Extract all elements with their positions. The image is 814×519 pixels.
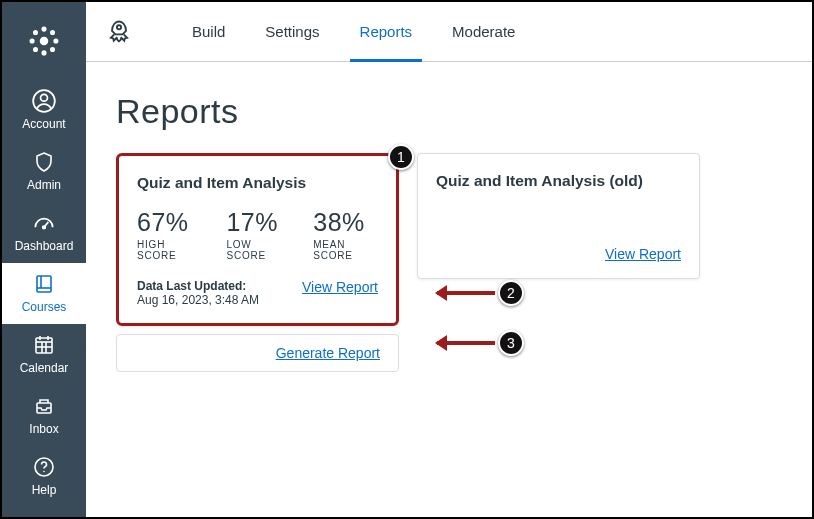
- nav-account[interactable]: Account: [2, 80, 86, 141]
- generate-report-link[interactable]: Generate Report: [276, 345, 380, 361]
- shield-icon: [31, 149, 57, 175]
- inbox-icon: [31, 393, 57, 419]
- svg-point-6: [51, 31, 54, 34]
- svg-rect-13: [37, 276, 51, 292]
- report-card-new: Quiz and Item Analysis 67% HIGH SCORE 17…: [116, 153, 399, 326]
- stat-label: HIGH SCORE: [137, 239, 198, 261]
- app-logo[interactable]: [2, 2, 86, 80]
- nav-courses[interactable]: Courses: [2, 263, 86, 324]
- stat-mean: 38% MEAN SCORE: [313, 208, 378, 261]
- svg-point-5: [34, 31, 37, 34]
- annotation-arrow: [437, 341, 495, 345]
- book-icon: [31, 271, 57, 297]
- tab-label: Moderate: [452, 23, 515, 40]
- updated-label: Data Last Updated:: [137, 279, 246, 293]
- view-report-link[interactable]: View Report: [605, 246, 681, 262]
- tab-build[interactable]: Build: [172, 2, 245, 62]
- tab-label: Build: [192, 23, 225, 40]
- card-title: Quiz and Item Analysis: [137, 174, 378, 192]
- nav-label: Help: [32, 483, 57, 497]
- svg-rect-16: [36, 338, 52, 353]
- stat-value: 67%: [137, 208, 198, 237]
- svg-point-10: [41, 94, 48, 101]
- calendar-icon: [31, 332, 57, 358]
- global-nav: Account Admin Dashboard Courses Calendar: [2, 2, 86, 517]
- nav-label: Account: [22, 117, 65, 131]
- question-circle-icon: [31, 454, 57, 480]
- nav-label: Dashboard: [15, 239, 74, 253]
- tab-label: Reports: [360, 23, 413, 40]
- nav-label: Inbox: [29, 422, 58, 436]
- card-title: Quiz and Item Analysis (old): [436, 172, 681, 190]
- top-tabs: Build Settings Reports Moderate: [86, 2, 812, 62]
- svg-point-4: [54, 39, 57, 42]
- svg-point-25: [43, 471, 45, 473]
- stat-label: LOW SCORE: [226, 239, 285, 261]
- nav-label: Calendar: [20, 361, 69, 375]
- stat-value: 38%: [313, 208, 378, 237]
- nav-inbox[interactable]: Inbox: [2, 385, 86, 446]
- generate-report-row: Generate Report: [116, 334, 399, 372]
- user-circle-icon: [31, 88, 57, 114]
- content-area: Build Settings Reports Moderate Reports …: [86, 2, 812, 517]
- svg-point-12: [43, 226, 46, 229]
- updated-time: Aug 16, 2023, 3:48 AM: [137, 293, 259, 307]
- nav-admin[interactable]: Admin: [2, 141, 86, 202]
- annotation-arrow: [437, 291, 495, 295]
- tab-reports[interactable]: Reports: [340, 2, 433, 62]
- page-title: Reports: [116, 92, 782, 131]
- rocket-icon[interactable]: [104, 17, 134, 47]
- view-report-link[interactable]: View Report: [302, 279, 378, 295]
- data-last-updated: Data Last Updated: Aug 16, 2023, 3:48 AM: [137, 279, 259, 307]
- svg-point-8: [51, 48, 54, 51]
- nav-dashboard[interactable]: Dashboard: [2, 202, 86, 263]
- svg-point-0: [40, 37, 49, 46]
- tab-moderate[interactable]: Moderate: [432, 2, 535, 62]
- tab-settings[interactable]: Settings: [245, 2, 339, 62]
- tab-label: Settings: [265, 23, 319, 40]
- stat-value: 17%: [226, 208, 285, 237]
- svg-point-26: [117, 25, 121, 29]
- svg-point-3: [30, 39, 33, 42]
- annotation-badge-3: 3: [498, 330, 524, 356]
- stat-label: MEAN SCORE: [313, 239, 378, 261]
- nav-help[interactable]: Help: [2, 446, 86, 507]
- annotation-badge-2: 2: [498, 280, 524, 306]
- stat-high: 67% HIGH SCORE: [137, 208, 198, 261]
- svg-point-1: [42, 27, 45, 30]
- nav-label: Courses: [22, 300, 67, 314]
- canvas-logo-icon: [27, 24, 61, 58]
- annotation-badge-1: 1: [388, 144, 414, 170]
- report-card-old: Quiz and Item Analysis (old) View Report: [417, 153, 700, 279]
- nav-label: Admin: [27, 178, 61, 192]
- stat-low: 17% LOW SCORE: [226, 208, 285, 261]
- nav-calendar[interactable]: Calendar: [2, 324, 86, 385]
- svg-point-2: [42, 51, 45, 54]
- gauge-icon: [31, 210, 57, 236]
- svg-point-7: [34, 48, 37, 51]
